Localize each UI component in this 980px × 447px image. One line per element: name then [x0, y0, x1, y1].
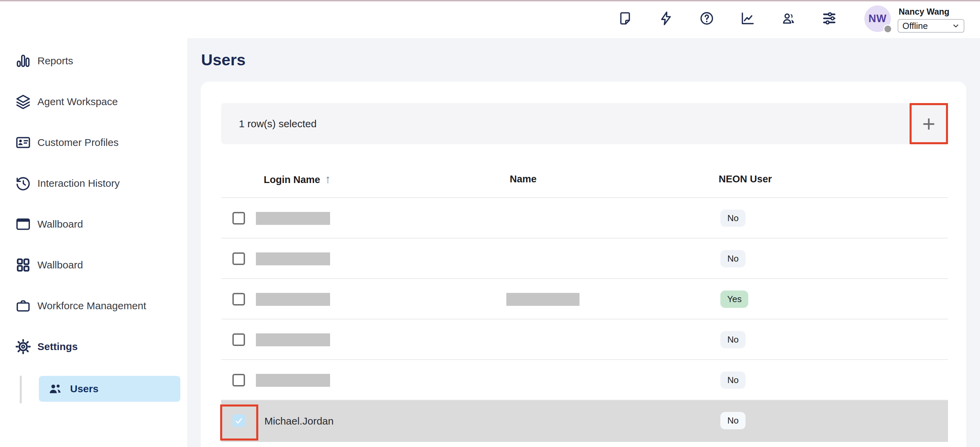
sidebar-item-workforce-management[interactable]: Workforce Management — [0, 285, 187, 326]
layers-icon — [15, 94, 31, 110]
presence-status-dot — [883, 24, 892, 33]
sidebar-item-label: Settings — [37, 341, 78, 352]
sidebar: Reports Agent Workspace Customer Profile… — [0, 2, 187, 447]
sidebar-nav: Reports Agent Workspace Customer Profile… — [0, 40, 187, 367]
row-checkbox[interactable] — [232, 293, 245, 305]
sidebar-item-label: Interaction History — [37, 178, 120, 189]
sidebar-item-agent-workspace[interactable]: Agent Workspace — [0, 81, 187, 122]
neon-badge: No — [721, 371, 746, 389]
selection-bar: 1 row(s) selected + — [221, 103, 948, 144]
table-row[interactable]: No — [221, 198, 948, 239]
status-select-value: Offline — [902, 21, 928, 31]
page-root: { "colors": { "navy": "#1e2b4f", "navy-t… — [0, 0, 980, 447]
row-checkbox[interactable] — [232, 212, 245, 224]
top-window-border — [0, 0, 980, 2]
neon-badge: No — [721, 250, 746, 267]
lightning-icon — [658, 11, 674, 26]
history-icon — [15, 175, 31, 191]
neon-badge: Yes — [721, 291, 748, 308]
table-row[interactable]: No — [221, 360, 948, 400]
table-row[interactable]: Yes — [221, 279, 948, 320]
help-button[interactable] — [698, 10, 715, 27]
notes-icon — [617, 11, 633, 26]
users-card: 1 row(s) selected + Login Name↑ Name NEO… — [201, 82, 966, 447]
redacted-login-placeholder — [256, 333, 330, 346]
redacted-login-placeholder — [256, 253, 330, 265]
status-select[interactable]: Offline — [898, 19, 964, 33]
table-row[interactable]: No — [221, 320, 948, 360]
neon-badge: No — [721, 331, 746, 348]
plus-icon: + — [922, 111, 935, 137]
table-header: Login Name↑ Name NEON User — [221, 160, 948, 198]
briefcase-icon — [15, 297, 31, 314]
sidebar-item-label: Customer Profiles — [37, 137, 118, 148]
row-checkbox-checked[interactable] — [232, 414, 245, 427]
sidebar-item-label: Wallboard — [37, 259, 83, 271]
topbar-icon-group — [617, 10, 837, 27]
gear-icon — [15, 339, 31, 355]
redacted-login-placeholder — [256, 212, 330, 225]
sort-asc-icon: ↑ — [325, 172, 331, 185]
redacted-login-placeholder — [256, 374, 330, 387]
id-card-icon — [15, 134, 31, 151]
preferences-button[interactable] — [821, 10, 837, 27]
sidebar-item-label: Wallboard — [37, 218, 83, 230]
table-row[interactable]: No — [221, 239, 948, 279]
analytics-button[interactable] — [740, 10, 756, 27]
table-row-selected[interactable]: Michael.Jordan No — [221, 400, 948, 442]
browser-window-icon — [15, 216, 31, 232]
column-header-label: NEON User — [719, 173, 772, 185]
sidebar-item-interaction-history[interactable]: Interaction History — [0, 163, 187, 204]
column-header-label: Login Name — [264, 174, 320, 185]
dashboard-grid-icon — [15, 257, 31, 273]
sidebar-item-label: Reports — [37, 55, 73, 67]
sidebar-item-label: Agent Workspace — [37, 96, 118, 108]
redacted-name-placeholder — [506, 293, 579, 306]
analytics-icon — [740, 11, 756, 26]
users-table: Login Name↑ Name NEON User No No Yes — [221, 160, 948, 442]
sidebar-item-label: Workforce Management — [37, 300, 146, 312]
people-icon — [781, 11, 796, 26]
sidebar-item-settings[interactable]: Settings — [0, 326, 187, 367]
redacted-login-placeholder — [256, 293, 330, 306]
bar-chart-icon — [15, 53, 31, 69]
column-header-neon-user[interactable]: NEON User — [719, 160, 772, 198]
avatar-initials: NW — [869, 13, 887, 25]
sidebar-item-reports[interactable]: Reports — [0, 40, 187, 81]
column-header-login-name[interactable]: Login Name↑ — [264, 160, 331, 198]
contacts-button[interactable] — [780, 10, 797, 27]
sub-item-tree-line — [20, 375, 22, 404]
row-checkbox[interactable] — [232, 374, 245, 387]
selection-count-text: 1 row(s) selected — [239, 103, 317, 144]
people-group-icon — [48, 381, 63, 396]
neon-badge: No — [721, 210, 746, 227]
login-name-cell: Michael.Jordan — [264, 400, 334, 442]
notes-button[interactable] — [617, 10, 633, 27]
row-checkbox[interactable] — [232, 333, 245, 346]
sidebar-item-wallboard[interactable]: Wallboard — [0, 204, 187, 245]
sidebar-item-wallboard-2[interactable]: Wallboard — [0, 245, 187, 285]
page-title: Users — [201, 50, 246, 69]
sidebar-item-label: Users — [70, 383, 98, 395]
help-icon — [699, 11, 714, 26]
check-icon — [234, 417, 243, 425]
chevron-down-icon — [951, 21, 960, 30]
user-name: Nancy Wang — [899, 7, 950, 17]
quick-actions-button[interactable] — [658, 10, 674, 27]
column-header-label: Name — [510, 173, 537, 185]
sidebar-item-users[interactable]: Users — [39, 376, 180, 402]
neon-badge: No — [721, 412, 746, 430]
row-checkbox[interactable] — [232, 253, 245, 265]
add-user-button[interactable]: + — [910, 103, 948, 144]
sidebar-item-customer-profiles[interactable]: Customer Profiles — [0, 122, 187, 163]
column-header-name[interactable]: Name — [510, 160, 537, 198]
sliders-icon — [821, 11, 837, 26]
